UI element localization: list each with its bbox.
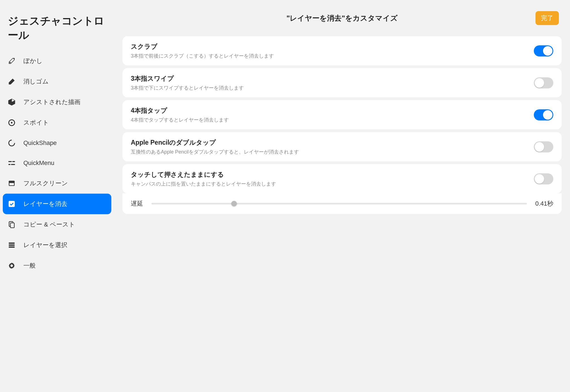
cube-icon [8, 98, 16, 106]
sidebar-item-quickmenu[interactable]: QuickMenu [3, 153, 111, 173]
toggle-scrub[interactable] [534, 45, 553, 56]
delay-slider[interactable] [151, 203, 527, 204]
sidebar-item-assisted-draw[interactable]: アシストされた描画 [3, 92, 111, 112]
blur-icon [8, 57, 16, 65]
layers-icon [8, 241, 16, 249]
slider-thumb[interactable] [231, 201, 237, 206]
svg-rect-14 [9, 245, 15, 246]
svg-rect-10 [9, 201, 15, 207]
setting-title: タッチして押さえたままにする [131, 170, 528, 179]
svg-rect-12 [10, 223, 14, 228]
sidebar-item-general[interactable]: 一般 [3, 255, 111, 276]
slider-value: 0.41秒 [535, 199, 553, 208]
quickshape-icon [8, 139, 16, 147]
setting-title: 3本指スワイプ [131, 74, 528, 83]
sidebar-item-label: 一般 [23, 262, 36, 270]
main-panel: "レイヤーを消去"をカスタマイズ 完了 スクラブ 3本指で前後にスクラブ（こする… [114, 0, 570, 392]
sidebar-item-label: スポイト [23, 119, 49, 127]
sidebar-item-eraser[interactable]: 消しゴム [3, 71, 111, 92]
setting-scrub: スクラブ 3本指で前後にスクラブ（こする）するとレイヤーを消去します [122, 36, 562, 65]
sidebar-item-select-layer[interactable]: レイヤーを選択 [3, 235, 111, 255]
setting-desc: 互換性のあるApple Pencilをダブルタップすると、レイヤーが消去されます [131, 149, 528, 155]
svg-point-1 [11, 122, 13, 124]
sidebar-item-fullscreen[interactable]: フルスクリーン [3, 173, 111, 194]
sidebar-item-label: アシストされた描画 [23, 98, 80, 106]
setting-title: Apple Pencilのダブルタップ [131, 138, 528, 147]
sidebar-item-label: レイヤーを消去 [23, 200, 67, 208]
setting-text: 4本指タップ 4本指でタップするとレイヤーを消去します [131, 106, 528, 123]
svg-rect-9 [9, 183, 14, 185]
sidebar-item-label: QuickMenu [23, 159, 54, 167]
done-button[interactable]: 完了 [535, 11, 559, 25]
fullscreen-icon [8, 179, 16, 187]
setting-desc: キャンバスの上に指を置いたままにするとレイヤーを消去します [131, 181, 528, 187]
slider-label: 遅延 [131, 199, 143, 208]
svg-rect-8 [9, 181, 15, 183]
copy-icon [8, 221, 16, 228]
sidebar-item-eyedropper[interactable]: スポイト [3, 112, 111, 133]
sidebar-item-clear-layer[interactable]: レイヤーを消去 [3, 194, 111, 214]
sidebar-item-label: QuickShape [23, 139, 57, 147]
setting-title: スクラブ [131, 42, 528, 51]
svg-rect-15 [9, 246, 15, 248]
setting-text: タッチして押さえたままにする キャンバスの上に指を置いたままにするとレイヤーを消… [131, 170, 528, 187]
sidebar-item-copy-paste[interactable]: コピー & ペースト [3, 214, 111, 235]
toggle-four-tap[interactable] [534, 109, 553, 120]
setting-desc: 4本指でタップするとレイヤーを消去します [131, 117, 528, 123]
setting-four-tap: 4本指タップ 4本指でタップするとレイヤーを消去します [122, 100, 562, 129]
delay-slider-row: 遅延 0.41秒 [122, 193, 562, 214]
setting-text: Apple Pencilのダブルタップ 互換性のあるApple Pencilをダ… [131, 138, 528, 155]
svg-rect-5 [8, 164, 10, 165]
svg-rect-4 [12, 161, 15, 162]
svg-point-16 [11, 265, 13, 267]
sidebar-item-label: フルスクリーン [23, 179, 68, 188]
setting-desc: 3本指で前後にスクラブ（こする）するとレイヤーを消去します [131, 53, 528, 59]
svg-rect-13 [9, 243, 15, 244]
sidebar-item-quickshape[interactable]: QuickShape [3, 133, 111, 153]
toggle-touch-hold[interactable] [534, 173, 553, 184]
page-title: "レイヤーを消去"をカスタマイズ [286, 13, 398, 23]
toggle-pencil-doubletap[interactable] [534, 141, 553, 152]
setting-text: 3本指スワイプ 3本指で下にスワイプするとレイヤーを消去します [131, 74, 528, 91]
quickmenu-icon [8, 159, 16, 167]
checkbox-icon [8, 200, 16, 208]
setting-title: 4本指タップ [131, 106, 528, 115]
svg-rect-6 [11, 164, 15, 165]
gear-icon [8, 262, 16, 270]
header: "レイヤーを消去"をカスタマイズ 完了 [122, 0, 562, 36]
setting-three-swipe: 3本指スワイプ 3本指で下にスワイプするとレイヤーを消去します [122, 68, 562, 97]
sidebar-item-label: コピー & ペースト [23, 220, 75, 229]
sidebar-item-label: ぼかし [23, 57, 43, 65]
sidebar-title: ジェスチャコントロール [3, 8, 111, 51]
sidebar-item-label: 消しゴム [23, 77, 49, 86]
setting-desc: 3本指で下にスワイプするとレイヤーを消去します [131, 85, 528, 91]
setting-text: スクラブ 3本指で前後にスクラブ（こする）するとレイヤーを消去します [131, 42, 528, 59]
svg-rect-3 [8, 161, 12, 162]
toggle-three-swipe[interactable] [534, 77, 553, 88]
sidebar-item-blur[interactable]: ぼかし [3, 51, 111, 71]
setting-touch-hold: タッチして押さえたままにする キャンバスの上に指を置いたままにするとレイヤーを消… [122, 164, 562, 193]
sidebar-item-label: レイヤーを選択 [23, 241, 67, 249]
eraser-icon [8, 78, 16, 85]
sidebar: ジェスチャコントロール ぼかし 消しゴム アシストされた描画 スポイト Quic… [0, 0, 114, 392]
setting-pencil-doubletap: Apple Pencilのダブルタップ 互換性のあるApple Pencilをダ… [122, 132, 562, 161]
settings-list: スクラブ 3本指で前後にスクラブ（こする）するとレイヤーを消去します 3本指スワ… [122, 36, 562, 214]
target-icon [8, 119, 16, 127]
